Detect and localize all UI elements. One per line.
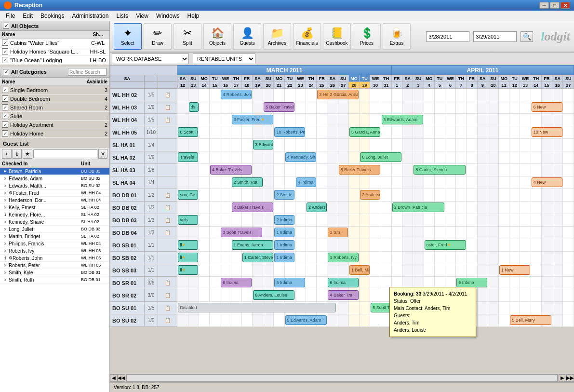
- menu-view[interactable]: View: [132, 12, 152, 20]
- cal-cell-2-34[interactable]: [541, 114, 552, 126]
- cal-cell-8-2[interactable]: [199, 189, 209, 202]
- cal-cell-9-34[interactable]: [541, 202, 552, 214]
- cal-cell-15-2[interactable]: [199, 277, 209, 289]
- cal-cell-4-15[interactable]: [338, 139, 348, 151]
- menu-administration[interactable]: Administration: [68, 12, 112, 20]
- cal-cell-12-18[interactable]: [370, 239, 381, 252]
- cal-cell-6-31[interactable]: [509, 164, 520, 176]
- cal-cell-16-0[interactable]: [177, 289, 188, 302]
- cal-cell-12-15[interactable]: [338, 239, 348, 252]
- cal-cell-12-27[interactable]: [467, 239, 477, 252]
- cal-cell-9-30[interactable]: [499, 202, 509, 214]
- cal-cell-6-7[interactable]: [252, 164, 263, 176]
- cal-cell-12-2[interactable]: [199, 239, 209, 252]
- object-3-checkbox[interactable]: [2, 57, 8, 63]
- cal-cell-4-29[interactable]: [488, 139, 498, 151]
- cal-cell-4-30[interactable]: [499, 139, 509, 151]
- cal-cell-11-9[interactable]: 1 Irdima: [274, 227, 284, 239]
- cal-cell-8-27[interactable]: [467, 189, 477, 202]
- cal-cell-5-5[interactable]: [231, 151, 241, 164]
- booking-block-34[interactable]: 1 Evans, Aaron: [232, 240, 273, 250]
- cal-cell-0-10[interactable]: [284, 89, 295, 101]
- cal-cell-14-24[interactable]: [434, 264, 445, 277]
- cal-cell-4-5[interactable]: [231, 139, 241, 151]
- cal-cell-5-26[interactable]: [456, 151, 467, 164]
- booking-block-46[interactable]: 6 Irdima: [328, 278, 359, 287]
- cal-cell-14-34[interactable]: [541, 264, 552, 277]
- cal-cell-2-15[interactable]: [338, 114, 348, 126]
- cal-cell-12-9[interactable]: 1 Irdima: [274, 239, 284, 252]
- cal-cell-6-12[interactable]: [306, 164, 317, 176]
- cal-cell-6-35[interactable]: [552, 164, 563, 176]
- cal-cell-5-31[interactable]: [509, 151, 520, 164]
- cal-cell-8-24[interactable]: [434, 189, 445, 202]
- cal-cell-10-27[interactable]: [467, 214, 477, 227]
- cal-cell-1-13[interactable]: [317, 101, 327, 114]
- cal-cell-1-15[interactable]: [338, 101, 348, 114]
- cal-cell-8-23[interactable]: [424, 189, 434, 202]
- cal-cell-16-28[interactable]: [477, 289, 488, 302]
- cal-cell-11-31[interactable]: [509, 227, 520, 239]
- cal-cell-7-32[interactable]: [520, 176, 531, 189]
- cal-cell-13-24[interactable]: [434, 252, 445, 264]
- cal-cell-12-35[interactable]: [552, 239, 563, 252]
- cal-cell-13-13[interactable]: [317, 252, 327, 264]
- cal-cell-2-25[interactable]: [445, 114, 455, 126]
- cal-cell-10-14[interactable]: [327, 214, 338, 227]
- cal-cell-2-16[interactable]: [348, 114, 359, 126]
- cal-cell-8-7[interactable]: [252, 189, 263, 202]
- all-objects-checkbox[interactable]: [3, 23, 9, 29]
- cal-cell-9-36[interactable]: [563, 202, 574, 214]
- cal-cell-14-5[interactable]: [231, 264, 241, 277]
- booking-block-0[interactable]: 4 Roberts, John ✦: [221, 90, 252, 99]
- cal-cell-8-4[interactable]: [220, 189, 231, 202]
- cal-cell-17-36[interactable]: [563, 302, 574, 314]
- cal-cell-8-8[interactable]: [263, 189, 274, 202]
- cal-cell-8-9[interactable]: 2 Smith, Kyl: [274, 189, 284, 202]
- cal-cell-13-3[interactable]: [210, 252, 220, 264]
- cal-cell-1-14[interactable]: [327, 101, 338, 114]
- booking-block-22[interactable]: son, Ge: [178, 190, 198, 200]
- cal-cell-0-36[interactable]: [563, 89, 574, 101]
- cal-cell-5-17[interactable]: 6 Long, Juliet: [360, 151, 370, 164]
- cal-cell-7-9[interactable]: [274, 176, 284, 189]
- cal-cell-11-33[interactable]: [531, 227, 541, 239]
- cal-cell-12-29[interactable]: [488, 239, 498, 252]
- cal-cell-7-5[interactable]: 2 Smith, Rut: [231, 176, 241, 189]
- object-1-checkbox[interactable]: [2, 40, 8, 46]
- date-from-input[interactable]: [426, 31, 469, 42]
- booking-block-7[interactable]: 5 Edwards, Adam: [382, 115, 423, 124]
- cal-cell-12-11[interactable]: [295, 239, 306, 252]
- cal-cell-6-29[interactable]: [488, 164, 498, 176]
- cal-cell-10-33[interactable]: [531, 214, 541, 227]
- object-row-1[interactable]: Cabins "Water Lilies" C-WL: [0, 39, 109, 47]
- cal-cell-4-14[interactable]: [327, 139, 338, 151]
- cal-cell-5-10[interactable]: 4 Kennedy, Sha: [284, 151, 295, 164]
- scroll-left-btn[interactable]: ◀: [110, 374, 118, 382]
- cal-cell-2-13[interactable]: [317, 114, 327, 126]
- cal-cell-11-19[interactable]: [381, 227, 391, 239]
- cal-cell-17-30[interactable]: [499, 302, 509, 314]
- menu-edit[interactable]: Edit: [19, 12, 37, 20]
- cal-cell-5-8[interactable]: [263, 151, 274, 164]
- cal-cell-15-32[interactable]: [520, 277, 531, 289]
- extras-tool-button[interactable]: 🍺 Extras: [383, 23, 411, 50]
- cal-cell-16-3[interactable]: [210, 289, 220, 302]
- cal-cell-0-8[interactable]: [263, 89, 274, 101]
- cal-cell-12-0[interactable]: ll ✦: [177, 239, 188, 252]
- cal-cell-1-4[interactable]: [220, 101, 231, 114]
- cal-cell-2-14[interactable]: [327, 114, 338, 126]
- cal-cell-11-24[interactable]: [434, 227, 445, 239]
- cal-cell-11-26[interactable]: [456, 227, 467, 239]
- cal-cell-17-28[interactable]: [477, 302, 488, 314]
- cal-cell-2-11[interactable]: [295, 114, 306, 126]
- cat-row-3[interactable]: Shared Room 2: [0, 103, 109, 112]
- scroll-left-fast-btn[interactable]: ◀◀: [118, 374, 125, 382]
- cal-cell-2-24[interactable]: [434, 114, 445, 126]
- cal-cell-2-9[interactable]: [274, 114, 284, 126]
- cal-cell-5-4[interactable]: [220, 151, 231, 164]
- cal-cell-10-32[interactable]: [520, 214, 531, 227]
- booking-block-48[interactable]: 6 Anders, Louise: [253, 290, 294, 300]
- cal-cell-3-27[interactable]: [467, 126, 477, 139]
- cal-cell-7-28[interactable]: [477, 176, 488, 189]
